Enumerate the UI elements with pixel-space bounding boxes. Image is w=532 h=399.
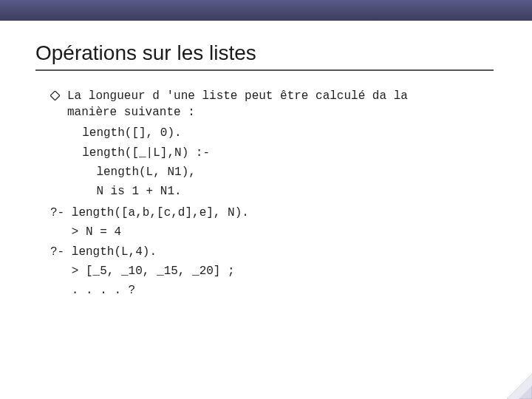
slide-content: La longueur d 'une liste peut être calcu…: [50, 89, 532, 301]
slide-top-bar: [0, 0, 532, 21]
intro-text: La longueur d 'une liste peut être calcu…: [67, 89, 408, 120]
title-underline: [35, 69, 494, 71]
slide-title: Opérations sur les listes: [35, 41, 532, 65]
bullet-item: La longueur d 'une liste peut être calcu…: [50, 89, 532, 120]
svg-rect-0: [50, 91, 60, 100]
diamond-bullet-icon: [50, 90, 60, 103]
code-definition: length([], 0). length([_|L],N) :- length…: [68, 123, 532, 202]
code-queries: ?- length([a,b,[c,d],e], N). > N = 4 ?- …: [50, 203, 532, 301]
page-corner-fold-icon: [502, 369, 532, 399]
